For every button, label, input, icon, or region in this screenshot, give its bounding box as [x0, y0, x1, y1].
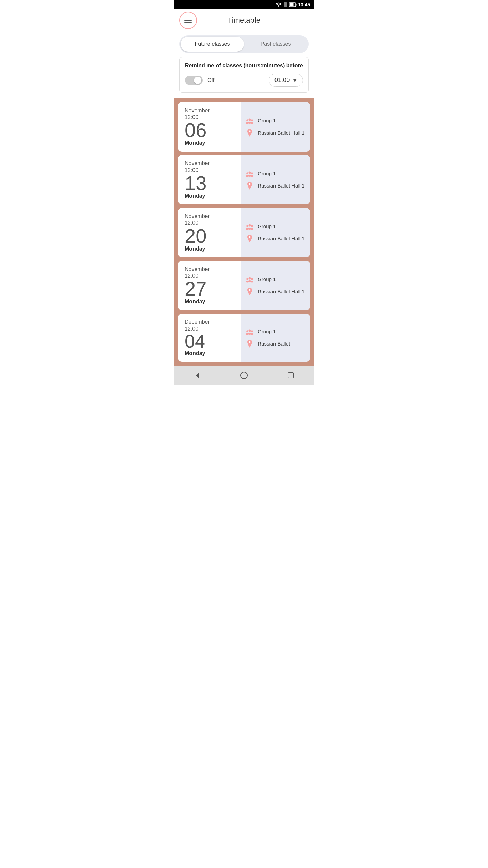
info-section: Group 1 Russian Ballet Hall 1 [241, 102, 310, 152]
info-section: Group 1 Russian Ballet [241, 314, 310, 362]
bottom-navigation [174, 366, 314, 385]
class-card[interactable]: November 12:00 20 Monday Group 1 [178, 208, 310, 257]
group-icon [245, 222, 254, 231]
reminder-controls: Off 01:00 ▼ [185, 74, 303, 87]
svg-marker-40 [196, 373, 199, 378]
location-icon [245, 287, 254, 296]
svg-point-33 [249, 330, 251, 332]
info-section: Group 1 Russian Ballet Hall 1 [241, 208, 310, 257]
hamburger-line-2 [184, 20, 192, 21]
svg-point-5 [249, 119, 251, 121]
tabs-container: Future classes Past classes [179, 35, 309, 53]
time-display: 13:45 [298, 2, 310, 7]
location-row: Russian Ballet Hall 1 [245, 287, 306, 296]
date-month: November [185, 266, 238, 272]
svg-point-25 [249, 236, 251, 238]
svg-point-20 [246, 225, 248, 227]
tab-past-classes[interactable]: Past classes [244, 37, 307, 52]
tab-future-classes[interactable]: Future classes [181, 37, 244, 52]
header: Timetable [174, 9, 314, 31]
schedule-list: November 12:00 06 Monday Group 1 [174, 98, 314, 366]
svg-point-38 [251, 333, 253, 335]
reminder-toggle[interactable] [185, 76, 203, 85]
location-name: Russian Ballet Hall 1 [258, 235, 304, 242]
group-row: Group 1 [245, 327, 306, 336]
location-icon [245, 181, 254, 190]
home-button[interactable] [236, 367, 252, 383]
page-title: Timetable [228, 16, 260, 25]
toggle-thumb [194, 77, 201, 84]
svg-point-34 [246, 330, 248, 332]
svg-point-18 [249, 183, 251, 185]
reminder-time-picker[interactable]: 01:00 ▼ [269, 74, 303, 87]
group-icon [245, 327, 254, 336]
location-icon [245, 129, 254, 137]
group-name: Group 1 [258, 276, 276, 283]
class-card[interactable]: November 12:00 27 Monday Group 1 [178, 261, 310, 310]
info-section: Group 1 Russian Ballet Hall 1 [241, 261, 310, 310]
svg-point-0 [278, 5, 279, 7]
location-row: Russian Ballet Hall 1 [245, 181, 306, 190]
class-card[interactable]: November 12:00 13 Monday Group 1 [178, 155, 310, 204]
svg-point-35 [251, 330, 253, 332]
svg-point-6 [246, 119, 248, 121]
reminder-title: Remind me of classes (hours:minutes) bef… [185, 63, 303, 69]
group-row: Group 1 [245, 169, 306, 178]
class-card[interactable]: December 12:00 04 Monday Group 1 [178, 314, 310, 362]
location-row: Russian Ballet [245, 339, 306, 348]
date-weekday: Monday [185, 299, 238, 305]
date-month: November [185, 107, 238, 114]
recent-apps-icon [287, 372, 294, 379]
svg-point-28 [251, 278, 253, 280]
svg-point-26 [249, 277, 251, 280]
info-section: Group 1 Russian Ballet Hall 1 [241, 155, 310, 204]
date-day: 27 [185, 279, 238, 299]
svg-rect-4 [290, 3, 294, 6]
location-name: Russian Ballet Hall 1 [258, 130, 304, 136]
svg-point-41 [241, 372, 247, 379]
svg-point-21 [251, 225, 253, 227]
group-name: Group 1 [258, 223, 276, 230]
date-day: 04 [185, 332, 238, 350]
status-icons: 13:45 [276, 2, 310, 7]
group-name: Group 1 [258, 328, 276, 335]
reminder-status: Off [207, 77, 215, 83]
battery-icon [289, 2, 297, 7]
date-weekday: Monday [185, 140, 238, 146]
group-row: Group 1 [245, 222, 306, 231]
svg-point-30 [246, 281, 249, 283]
location-name: Russian Ballet Hall 1 [258, 182, 304, 189]
wifi-icon [276, 2, 282, 7]
svg-point-24 [251, 228, 253, 230]
svg-point-17 [251, 175, 253, 177]
svg-rect-1 [284, 2, 287, 7]
location-icon [245, 339, 254, 348]
svg-point-13 [246, 172, 248, 174]
svg-point-9 [246, 122, 249, 124]
svg-point-23 [246, 228, 249, 230]
recent-apps-button[interactable] [283, 367, 299, 383]
svg-point-14 [251, 172, 253, 174]
svg-point-12 [249, 172, 251, 174]
back-icon [193, 371, 201, 379]
group-name: Group 1 [258, 117, 276, 124]
hamburger-line-3 [184, 22, 192, 23]
date-section: November 12:00 13 Monday [178, 155, 241, 204]
svg-point-10 [251, 122, 253, 124]
date-day: 20 [185, 226, 238, 246]
sim-icon [283, 2, 288, 7]
back-button[interactable] [189, 367, 205, 383]
location-row: Russian Ballet Hall 1 [245, 234, 306, 243]
date-day: 06 [185, 120, 238, 140]
group-icon [245, 169, 254, 178]
reminder-box: Remind me of classes (hours:minutes) bef… [179, 57, 309, 93]
class-card[interactable]: November 12:00 06 Monday Group 1 [178, 102, 310, 152]
group-name: Group 1 [258, 170, 276, 177]
svg-point-31 [251, 281, 253, 283]
menu-button[interactable] [179, 12, 197, 29]
hamburger-line-1 [184, 18, 192, 18]
location-name: Russian Ballet [258, 340, 290, 347]
svg-rect-3 [296, 4, 297, 6]
date-section: December 12:00 04 Monday [178, 314, 241, 362]
date-month: November [185, 160, 238, 166]
